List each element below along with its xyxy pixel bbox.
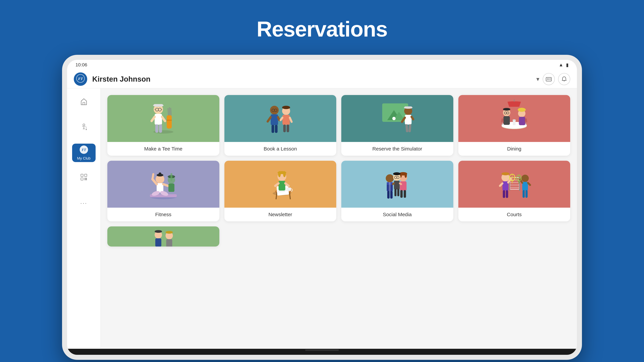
svg-rect-44 xyxy=(275,125,278,133)
card-image-dining xyxy=(458,95,570,142)
svg-point-127 xyxy=(404,172,407,178)
svg-rect-80 xyxy=(519,117,525,125)
svg-rect-15 xyxy=(81,178,83,180)
svg-rect-49 xyxy=(283,124,286,132)
card-newsletter[interactable]: Newsletter xyxy=(224,161,336,221)
svg-line-25 xyxy=(152,117,155,121)
svg-text:FT: FT xyxy=(82,148,86,152)
svg-rect-133 xyxy=(394,181,400,189)
wifi-icon: ▲ xyxy=(559,62,563,67)
card-image-tee-time xyxy=(107,95,219,142)
card-courts[interactable]: Courts xyxy=(458,161,570,221)
svg-rect-19 xyxy=(86,179,87,180)
svg-rect-6 xyxy=(83,102,85,105)
svg-rect-43 xyxy=(272,125,274,133)
svg-line-48 xyxy=(290,118,292,122)
card-dining[interactable]: Dining xyxy=(458,95,570,156)
status-icons: ▲ ▮ xyxy=(559,62,568,68)
svg-rect-17 xyxy=(86,178,87,179)
svg-rect-75 xyxy=(504,116,510,125)
card-book-lesson[interactable]: Book a Lesson xyxy=(224,95,336,156)
my-club-label: My Club xyxy=(77,156,90,161)
svg-line-139 xyxy=(393,183,394,184)
svg-point-58 xyxy=(392,117,396,120)
header-actions: ▾ xyxy=(536,73,570,85)
svg-rect-28 xyxy=(159,124,162,133)
card-label-lesson: Book a Lesson xyxy=(224,142,336,156)
page-title: Reservations xyxy=(256,17,388,41)
sidebar-item-account[interactable] xyxy=(72,169,96,187)
status-bar: 10:06 ▲ ▮ xyxy=(67,60,577,70)
svg-point-114 xyxy=(283,171,286,177)
svg-rect-115 xyxy=(278,181,285,191)
card-reserve-simulator[interactable]: Reserve the Simulator xyxy=(341,95,453,156)
svg-line-166 xyxy=(528,183,530,185)
svg-line-33 xyxy=(171,108,171,115)
svg-rect-29 xyxy=(167,115,172,129)
card-label-social: Social Media xyxy=(341,208,453,221)
cards-grid: Make a Tee Time xyxy=(107,95,570,221)
id-card-button[interactable] xyxy=(543,73,555,85)
svg-point-149 xyxy=(502,172,510,175)
svg-line-140 xyxy=(400,183,401,184)
card-image-newsletter xyxy=(224,161,336,208)
svg-point-170 xyxy=(155,230,162,233)
card-image-lesson xyxy=(224,95,336,142)
svg-line-42 xyxy=(278,117,280,120)
content-area: Make a Tee Time xyxy=(100,88,577,349)
account-icon xyxy=(80,173,88,183)
user-name: Kirsten Johnson xyxy=(92,75,531,83)
sidebar-more[interactable]: ··· xyxy=(72,194,96,212)
card-partial[interactable] xyxy=(107,226,219,247)
svg-rect-23 xyxy=(154,104,163,106)
more-icon: ··· xyxy=(80,200,87,207)
svg-line-116 xyxy=(275,183,278,186)
svg-line-117 xyxy=(285,183,289,186)
svg-point-89 xyxy=(159,172,161,175)
sidebar-item-my-club[interactable]: FT My Club xyxy=(72,144,96,162)
logo-text: FT xyxy=(76,74,85,84)
card-label-fitness: Fitness xyxy=(107,208,219,221)
chevron-down-icon[interactable]: ▾ xyxy=(536,76,539,83)
svg-rect-50 xyxy=(286,124,289,132)
golf-icon xyxy=(80,123,88,133)
svg-rect-13 xyxy=(81,174,83,176)
svg-rect-171 xyxy=(155,238,161,247)
svg-text:FT: FT xyxy=(78,77,83,81)
svg-line-47 xyxy=(280,118,282,120)
card-make-tee-time[interactable]: Make a Tee Time xyxy=(107,95,219,156)
battery-icon: ▮ xyxy=(566,62,568,68)
svg-rect-24 xyxy=(155,114,162,125)
svg-rect-158 xyxy=(506,190,508,198)
bell-button[interactable] xyxy=(558,73,570,85)
svg-rect-123 xyxy=(390,191,392,199)
sidebar-item-golf[interactable] xyxy=(72,118,96,137)
app-logo: FT xyxy=(74,72,87,86)
tablet-screen: 10:06 ▲ ▮ FT Kirsten Johnson ▾ xyxy=(67,60,577,355)
svg-rect-138 xyxy=(397,189,399,196)
svg-rect-98 xyxy=(168,184,174,192)
card-fitness[interactable]: Fitness xyxy=(107,161,219,221)
svg-point-74 xyxy=(503,108,510,111)
status-time: 10:06 xyxy=(76,62,87,67)
my-club-logo: FT xyxy=(79,145,88,155)
svg-point-51 xyxy=(282,106,290,109)
svg-rect-121 xyxy=(389,182,390,191)
svg-point-118 xyxy=(386,174,394,182)
main-content: FT My Club xyxy=(67,88,577,349)
home-indicator xyxy=(305,350,339,351)
svg-line-156 xyxy=(500,183,502,186)
svg-rect-46 xyxy=(282,115,290,125)
svg-rect-16 xyxy=(84,178,86,179)
svg-rect-167 xyxy=(522,190,525,198)
svg-line-94 xyxy=(152,174,153,179)
svg-rect-174 xyxy=(166,239,172,247)
svg-line-64 xyxy=(412,117,413,119)
svg-rect-168 xyxy=(526,190,528,198)
tablet-frame: 10:06 ▲ ▮ FT Kirsten Johnson ▾ xyxy=(62,55,582,360)
card-label-courts: Courts xyxy=(458,208,570,221)
sidebar-item-home[interactable] xyxy=(72,93,96,112)
card-social-media[interactable]: Social Media xyxy=(341,161,453,221)
svg-rect-137 xyxy=(394,189,396,196)
svg-rect-128 xyxy=(400,181,406,191)
